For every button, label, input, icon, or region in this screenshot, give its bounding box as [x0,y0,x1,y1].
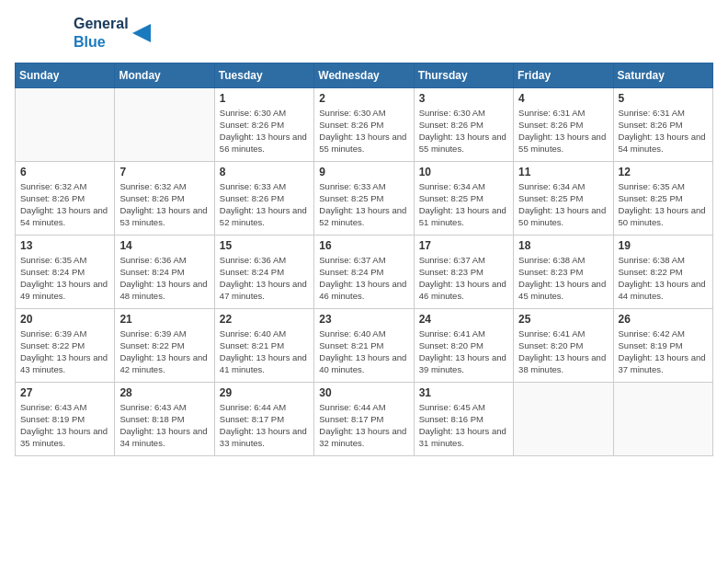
calendar-week-3: 13Sunrise: 6:35 AM Sunset: 8:24 PM Dayli… [16,235,713,308]
day-info: Sunrise: 6:30 AM Sunset: 8:26 PM Dayligh… [419,107,508,155]
day-number: 24 [419,313,508,326]
day-number: 11 [518,166,608,178]
weekday-header-saturday: Saturday [613,63,712,87]
day-number: 10 [419,166,508,178]
logo-icon [15,17,70,50]
day-info: Sunrise: 6:31 AM Sunset: 8:26 PM Dayligh… [619,107,708,155]
calendar-cell: 18Sunrise: 6:38 AM Sunset: 8:23 PM Dayli… [514,235,613,308]
calendar-cell: 4Sunrise: 6:31 AM Sunset: 8:26 PM Daylig… [514,87,613,161]
day-info: Sunrise: 6:30 AM Sunset: 8:26 PM Dayligh… [319,107,408,155]
calendar-cell: 22Sunrise: 6:40 AM Sunset: 8:21 PM Dayli… [214,308,313,382]
calendar-cell: 2Sunrise: 6:30 AM Sunset: 8:26 PM Daylig… [314,87,414,161]
day-number: 22 [220,313,309,326]
day-number: 7 [119,166,209,178]
calendar-cell: 26Sunrise: 6:42 AM Sunset: 8:19 PM Dayli… [613,308,712,382]
day-number: 30 [319,386,408,399]
day-number: 17 [419,239,508,252]
calendar-cell: 31Sunrise: 6:45 AM Sunset: 8:16 PM Dayli… [414,382,513,455]
day-info: Sunrise: 6:41 AM Sunset: 8:20 PM Dayligh… [419,327,508,376]
calendar-cell: 6Sunrise: 6:32 AM Sunset: 8:26 PM Daylig… [16,161,115,235]
day-info: Sunrise: 6:36 AM Sunset: 8:24 PM Dayligh… [119,254,209,303]
day-info: Sunrise: 6:36 AM Sunset: 8:24 PM Dayligh… [220,254,309,303]
day-info: Sunrise: 6:41 AM Sunset: 8:20 PM Dayligh… [518,327,608,376]
day-number: 23 [319,313,408,326]
day-info: Sunrise: 6:37 AM Sunset: 8:24 PM Dayligh… [319,254,408,303]
calendar-cell: 3Sunrise: 6:30 AM Sunset: 8:26 PM Daylig… [414,87,513,161]
calendar-cell: 9Sunrise: 6:33 AM Sunset: 8:25 PM Daylig… [314,161,414,235]
calendar-cell: 21Sunrise: 6:39 AM Sunset: 8:22 PM Dayli… [115,308,214,382]
calendar-cell: 14Sunrise: 6:36 AM Sunset: 8:24 PM Dayli… [115,235,214,308]
calendar-cell: 27Sunrise: 6:43 AM Sunset: 8:19 PM Dayli… [16,382,115,455]
day-number: 14 [119,239,209,252]
weekday-header-thursday: Thursday [414,63,513,87]
calendar-cell: 17Sunrise: 6:37 AM Sunset: 8:23 PM Dayli… [414,235,513,308]
calendar-cell [16,87,115,161]
day-info: Sunrise: 6:44 AM Sunset: 8:17 PM Dayligh… [220,401,309,450]
day-info: Sunrise: 6:38 AM Sunset: 8:23 PM Dayligh… [518,254,608,303]
day-info: Sunrise: 6:40 AM Sunset: 8:21 PM Dayligh… [220,327,309,376]
day-info: Sunrise: 6:45 AM Sunset: 8:16 PM Dayligh… [419,401,508,450]
day-number: 21 [119,313,209,326]
calendar-cell: 8Sunrise: 6:33 AM Sunset: 8:26 PM Daylig… [214,161,313,235]
weekday-header-monday: Monday [115,63,214,87]
weekday-header-tuesday: Tuesday [214,63,313,87]
day-info: Sunrise: 6:32 AM Sunset: 8:26 PM Dayligh… [119,180,209,229]
svg-marker-0 [132,24,151,42]
calendar-cell: 16Sunrise: 6:37 AM Sunset: 8:24 PM Dayli… [314,235,414,308]
day-number: 19 [619,239,708,252]
calendar-cell: 28Sunrise: 6:43 AM Sunset: 8:18 PM Dayli… [115,382,214,455]
calendar-cell: 20Sunrise: 6:39 AM Sunset: 8:22 PM Dayli… [16,308,115,382]
day-info: Sunrise: 6:43 AM Sunset: 8:19 PM Dayligh… [20,401,109,450]
page-header: GeneralBlue [15,15,713,52]
weekday-header-sunday: Sunday [16,63,115,87]
calendar-cell [115,87,214,161]
calendar-cell [514,382,613,455]
calendar-cell: 25Sunrise: 6:41 AM Sunset: 8:20 PM Dayli… [514,308,613,382]
day-info: Sunrise: 6:39 AM Sunset: 8:22 PM Dayligh… [20,327,109,376]
calendar-cell: 1Sunrise: 6:30 AM Sunset: 8:26 PM Daylig… [214,87,313,161]
calendar-cell: 5Sunrise: 6:31 AM Sunset: 8:26 PM Daylig… [613,87,712,161]
day-info: Sunrise: 6:39 AM Sunset: 8:22 PM Dayligh… [119,327,209,376]
calendar-cell: 13Sunrise: 6:35 AM Sunset: 8:24 PM Dayli… [16,235,115,308]
calendar-cell: 15Sunrise: 6:36 AM Sunset: 8:24 PM Dayli… [214,235,313,308]
calendar-body: 1Sunrise: 6:30 AM Sunset: 8:26 PM Daylig… [16,87,713,455]
day-info: Sunrise: 6:34 AM Sunset: 8:25 PM Dayligh… [518,180,608,229]
day-info: Sunrise: 6:33 AM Sunset: 8:25 PM Dayligh… [319,180,408,229]
day-info: Sunrise: 6:43 AM Sunset: 8:18 PM Dayligh… [119,401,209,450]
calendar-week-5: 27Sunrise: 6:43 AM Sunset: 8:19 PM Dayli… [16,382,713,455]
calendar-header: SundayMondayTuesdayWednesdayThursdayFrid… [16,63,713,87]
calendar-table: SundayMondayTuesdayWednesdayThursdayFrid… [15,63,713,456]
day-info: Sunrise: 6:33 AM Sunset: 8:26 PM Dayligh… [220,180,309,229]
day-number: 25 [518,313,608,326]
calendar-cell: 19Sunrise: 6:38 AM Sunset: 8:22 PM Dayli… [613,235,712,308]
calendar-cell: 10Sunrise: 6:34 AM Sunset: 8:25 PM Dayli… [414,161,513,235]
day-info: Sunrise: 6:40 AM Sunset: 8:21 PM Dayligh… [319,327,408,376]
logo: GeneralBlue [15,15,151,52]
calendar-week-2: 6Sunrise: 6:32 AM Sunset: 8:26 PM Daylig… [16,161,713,235]
day-number: 2 [319,92,408,105]
day-number: 18 [518,239,608,252]
calendar-cell [613,382,712,455]
day-info: Sunrise: 6:44 AM Sunset: 8:17 PM Dayligh… [319,401,408,450]
day-number: 26 [619,313,708,326]
logo-triangle-icon [132,24,151,42]
day-number: 15 [220,239,309,252]
day-number: 16 [319,239,408,252]
day-info: Sunrise: 6:37 AM Sunset: 8:23 PM Dayligh… [419,254,508,303]
day-number: 6 [20,166,109,178]
day-number: 12 [619,166,708,178]
day-info: Sunrise: 6:34 AM Sunset: 8:25 PM Dayligh… [419,180,508,229]
calendar-cell: 24Sunrise: 6:41 AM Sunset: 8:20 PM Dayli… [414,308,513,382]
weekday-header-friday: Friday [514,63,613,87]
day-info: Sunrise: 6:30 AM Sunset: 8:26 PM Dayligh… [220,107,309,155]
calendar-cell: 7Sunrise: 6:32 AM Sunset: 8:26 PM Daylig… [115,161,214,235]
day-number: 8 [220,166,309,178]
day-number: 1 [220,92,309,105]
calendar-cell: 12Sunrise: 6:35 AM Sunset: 8:25 PM Dayli… [613,161,712,235]
day-number: 3 [419,92,508,105]
day-info: Sunrise: 6:42 AM Sunset: 8:19 PM Dayligh… [619,327,708,376]
day-info: Sunrise: 6:38 AM Sunset: 8:22 PM Dayligh… [619,254,708,303]
calendar-cell: 30Sunrise: 6:44 AM Sunset: 8:17 PM Dayli… [314,382,414,455]
calendar-week-4: 20Sunrise: 6:39 AM Sunset: 8:22 PM Dayli… [16,308,713,382]
calendar-cell: 23Sunrise: 6:40 AM Sunset: 8:21 PM Dayli… [314,308,414,382]
